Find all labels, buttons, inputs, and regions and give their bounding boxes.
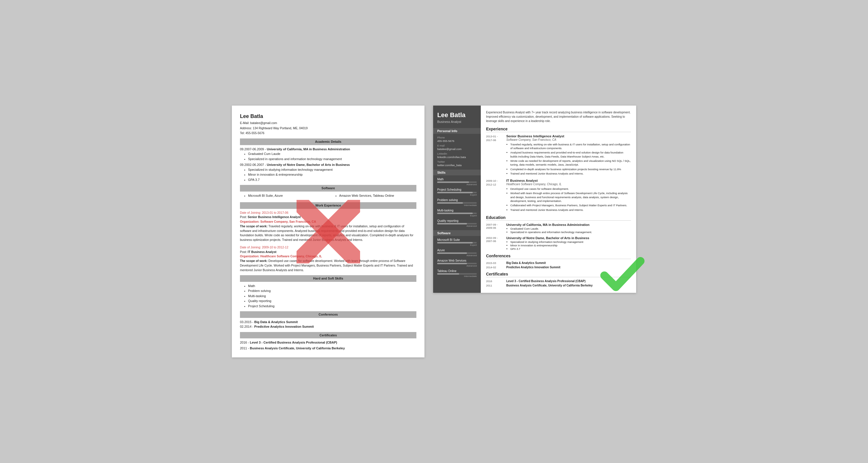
twitter-value: twitter.com/lee_bata xyxy=(437,164,477,167)
certificates-section-title: Certificates xyxy=(486,272,631,277)
academic-bullet: GPA 3.7 xyxy=(248,177,416,182)
software-item: Azure Advanced xyxy=(437,249,477,257)
skill-item: Quality reporting Advanced xyxy=(437,219,477,227)
skills-list: Math Problem solving Multi-tasking Quali… xyxy=(248,284,416,309)
work-org-2: Organization: Healthcare Software Compan… xyxy=(240,254,416,259)
conf-entry: 2014-02 Predictive Analytics Innovation … xyxy=(486,266,631,269)
cert-year: 2016 xyxy=(486,279,503,283)
skill-name: Problem solving xyxy=(437,198,477,202)
academic-bullet: Graduated Cum Laude xyxy=(248,152,416,156)
sidebar-title: Business Analyst xyxy=(437,120,477,124)
linkedin-label: LinkedIn xyxy=(437,152,477,155)
exp-title: IT Business Analyst xyxy=(506,179,631,182)
software-col1: Microsoft BI Suite, Azure xyxy=(248,193,326,198)
conf-entry-1: 03.2015 - Big Data & Analytics Summit xyxy=(240,320,416,325)
edu-bullet: GPA 3.7 xyxy=(510,247,631,251)
exp-company: Software Company, San Francisco, CA xyxy=(506,138,631,141)
email-label: E-mail xyxy=(437,144,477,147)
sidebar-name: Lee Batla xyxy=(437,111,477,119)
skill-item: Quality reporting xyxy=(248,299,416,303)
academic-bullets-2: Specialized in studying information tech… xyxy=(248,167,416,182)
work-org-1: Organization: Software Company, San Fran… xyxy=(240,220,416,224)
software-item: Tableau Online Intermediate xyxy=(437,269,477,277)
edu-details: University of Notre Dame, Bachelor of Ar… xyxy=(506,236,631,251)
exp-details: IT Business Analyst Healthcare Software … xyxy=(506,179,631,212)
skill-level: Advanced xyxy=(437,183,477,186)
conf-entry-2: 02.2014 - Predictive Analytics Innovatio… xyxy=(240,324,416,329)
skill-level: Advanced xyxy=(437,225,477,227)
edu-title: University of Notre Dame, Bachelor of Ar… xyxy=(506,236,631,240)
academic-date-2: 09.2002-06.2007 - xyxy=(240,163,267,166)
skill-bar-bg xyxy=(437,202,477,204)
work-scope-1: The scope of work: Traveled regularly, w… xyxy=(240,224,416,242)
exp-bullet: Completed in-depth analyses for business… xyxy=(510,167,631,171)
software-section-label: Software xyxy=(433,230,481,236)
skills-section-label: Skills xyxy=(433,170,481,175)
software-container: Microsoft BI Suite Expert Azure Advanced… xyxy=(437,238,477,277)
exp-bullet: Trained and mentored Junior Business Ana… xyxy=(510,208,631,212)
skills-title: Hard and Soft Skills xyxy=(240,275,416,282)
exp-bullet: Trained and mentored Junior Business Ana… xyxy=(510,172,631,175)
work-entry-1: Date of Joining: 2013-01 to 2017-06 Post… xyxy=(240,210,416,242)
software-name: Microsoft BI Suite xyxy=(437,238,477,241)
exp-bullets: Developed use cases for software develop… xyxy=(510,187,631,212)
conf-entry: 2015-03 Big Data & Analytics Summit xyxy=(486,261,631,265)
software-name: Azure xyxy=(437,249,477,252)
software-bar-bg xyxy=(437,273,477,275)
exp-entry: 2009-10 -2012-12 IT Business Analyst Hea… xyxy=(486,179,631,212)
edu-details: University of California, MA in Business… xyxy=(506,223,631,234)
academic-title: Academic Details xyxy=(240,138,416,145)
education-section-title: Education xyxy=(486,215,631,221)
software-col2: Amazon Web Services, Tableau Online xyxy=(339,193,417,198)
software-bar-fill xyxy=(437,253,467,254)
edu-bullets: Graduated Cum Laude.Specialized in opera… xyxy=(510,227,631,234)
skill-bar-bg xyxy=(437,192,477,193)
conferences-container: 2015-03 Big Data & Analytics Summit 2014… xyxy=(486,261,631,269)
personal-info-label: Personal Info xyxy=(433,128,481,134)
software-bar-bg xyxy=(437,263,477,264)
software-level: Advanced xyxy=(437,254,477,257)
skills-container: Math Advanced Project Scheduling Expert … xyxy=(437,178,477,227)
skill-bar-bg xyxy=(437,181,477,183)
skill-bar-fill xyxy=(437,212,473,214)
work-post-1: Post: Senior Business Intelligence Analy… xyxy=(240,215,416,220)
academic-entry-1: 09.2007-06.2009 - University of Californ… xyxy=(240,147,416,162)
exp-date: 2013-01 -2017-06 xyxy=(486,134,503,176)
skill-item: Problem solving Intermediate xyxy=(437,198,477,206)
skill-bar-bg xyxy=(437,212,477,214)
skill-item: Math Advanced xyxy=(437,178,477,186)
work-title: Work Experience xyxy=(240,202,416,209)
skill-item: Project Scheduling xyxy=(248,304,416,309)
linkedin-value: linkedin.com/in/lee.bata xyxy=(437,156,477,159)
academic-bullet: Minor in innovation & entrepreneurship xyxy=(248,172,416,177)
software-bar-fill xyxy=(437,263,467,264)
left-tel: Tel: 455-555-5676 xyxy=(240,131,416,136)
edu-bullet: Specialized in studying information tech… xyxy=(510,240,631,243)
exp-details: Senior Business Intelligence Analyst Sof… xyxy=(506,134,631,176)
exp-company: Healthcare Software Company, Chicago, IL xyxy=(506,183,631,186)
edu-date: 2007-09 -2009-06 xyxy=(486,223,503,234)
certificates-container: 2016 Level 3 - Certified Business Analys… xyxy=(486,279,631,287)
exp-date: 2009-10 -2012-12 xyxy=(486,179,503,212)
academic-bullet: Specialized in studying information tech… xyxy=(248,167,416,172)
edu-title: University of California, MA in Business… xyxy=(506,223,631,227)
software-item: Amazon Web Services, Tableau Online xyxy=(339,193,417,198)
skill-level: Expert xyxy=(437,194,477,196)
skill-item: Multi-tasking Expert xyxy=(437,209,477,217)
academic-bullets-1: Graduated Cum Laude Specialized in opera… xyxy=(248,152,416,161)
software-level: Expert xyxy=(437,244,477,246)
software-bar-bg xyxy=(437,253,477,254)
main-container: Lee Batla E-Mail: batalee@gmail.com Addr… xyxy=(232,106,636,358)
academic-degree-1: University of California, MA in Business… xyxy=(267,147,350,151)
summary: Experienced Business Analyst with 7+ yea… xyxy=(486,110,631,123)
exp-title: Senior Business Intelligence Analyst xyxy=(506,134,631,138)
skill-bar-fill xyxy=(437,192,473,193)
twitter-label: Twitter xyxy=(437,160,477,163)
skill-bar-fill xyxy=(437,202,463,204)
experience-container: 2013-01 -2017-06 Senior Business Intelli… xyxy=(486,134,631,212)
software-cols: Microsoft BI Suite, Azure Amazon Web Ser… xyxy=(240,193,416,200)
skill-item: Project Scheduling Expert xyxy=(437,188,477,196)
software-item: Microsoft BI Suite, Azure xyxy=(248,193,326,198)
work-date-1: Date of Joining: 2013-01 to 2017-06 xyxy=(240,210,416,215)
cert-entry-1: 2016 - Level 3 - Certified Business Anal… xyxy=(240,340,416,345)
